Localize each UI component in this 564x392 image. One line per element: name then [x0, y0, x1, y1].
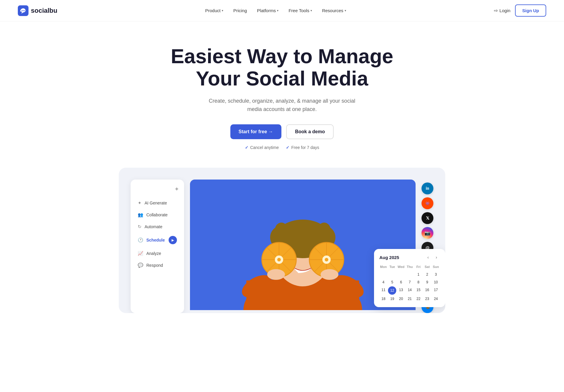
login-icon: ⇨ — [494, 8, 498, 13]
chevron-down-icon: ▾ — [277, 9, 278, 12]
cal-day-16[interactable]: 16 — [423, 286, 431, 295]
navbar: socialbu Product ▾ Pricing Platforms ▾ F… — [0, 0, 564, 21]
cal-day-21[interactable]: 21 — [406, 295, 414, 302]
cal-day-11[interactable]: 11 — [379, 286, 387, 295]
calendar-month: Aug 2025 — [379, 255, 399, 260]
sidebar-item-analyze[interactable]: 📈 Analyze — [135, 248, 179, 259]
ai-generate-icon: ✦ — [138, 200, 142, 206]
respond-icon: 💬 — [138, 263, 143, 268]
reddit-icon[interactable]: 👾 — [422, 197, 433, 209]
cal-day-18[interactable]: 18 — [379, 295, 387, 302]
svg-point-1 — [22, 10, 23, 11]
chevron-down-icon: ▾ — [310, 9, 312, 12]
cal-day-6[interactable]: 6 — [397, 279, 405, 286]
cal-day-empty: . — [388, 271, 396, 278]
feature-sidebar: ✦ ✦ AI Generate 👥 Collaborate ↻ Automate… — [131, 180, 184, 313]
cal-header-fri: Fri — [414, 264, 422, 270]
nav-product[interactable]: Product ▾ — [201, 6, 227, 15]
hero-section: Easiest Way to Manage Your Social Media … — [148, 21, 416, 168]
svg-point-30 — [325, 258, 328, 261]
cal-day-2[interactable]: 2 — [423, 271, 431, 278]
nav-resources[interactable]: Resources ▾ — [318, 6, 350, 15]
automate-icon: ↻ — [138, 224, 142, 229]
chevron-down-icon: ▾ — [345, 9, 346, 12]
cal-day-15[interactable]: 15 — [414, 286, 422, 295]
cal-day-empty: . — [397, 271, 405, 278]
brand-name: socialbu — [31, 7, 57, 15]
cal-day-3[interactable]: 3 — [432, 271, 440, 278]
cal-day-23[interactable]: 23 — [423, 295, 431, 302]
hero-title: Easiest Way to Manage Your Social Media — [154, 45, 410, 90]
nav-platforms[interactable]: Platforms ▾ — [253, 6, 283, 15]
sidebar-item-collaborate[interactable]: 👥 Collaborate — [135, 209, 179, 220]
free-trial-badge: ✓ Free for 7 days — [286, 145, 319, 150]
linkedin-icon[interactable]: in — [422, 182, 433, 194]
cal-header-sun: Sun — [432, 264, 440, 270]
sidebar-item-ai-generate[interactable]: ✦ AI Generate — [135, 197, 179, 209]
hero-subtitle: Create, schedule, organize, analyze, & m… — [205, 97, 359, 114]
star-icon: ✦ — [135, 185, 179, 193]
cal-day-22[interactable]: 22 — [414, 295, 422, 302]
svg-point-2 — [23, 10, 24, 11]
instagram-icon[interactable]: 📷 — [422, 227, 433, 239]
collaborate-icon: 👥 — [138, 212, 143, 218]
svg-point-32 — [267, 269, 285, 280]
cal-day-13[interactable]: 13 — [397, 286, 405, 295]
cal-header-thu: Thu — [406, 264, 414, 270]
cancel-anytime-badge: ✓ Cancel anytime — [245, 145, 279, 150]
cal-day-20[interactable]: 20 — [397, 295, 405, 302]
svg-point-3 — [24, 10, 25, 11]
start-free-button[interactable]: Start for free → — [230, 124, 281, 139]
nav-links: Product ▾ Pricing Platforms ▾ Free Tools… — [201, 6, 350, 15]
calendar-prev-button[interactable]: ‹ — [424, 254, 432, 261]
cal-day-1[interactable]: 1 — [414, 271, 422, 278]
cal-day-19[interactable]: 19 — [388, 295, 396, 302]
calendar-navigation: ‹ › — [424, 254, 440, 261]
calendar-grid: Mon Tue Wed Thu Fri Sat Sun . . . . 1 2 … — [379, 264, 440, 302]
nav-free-tools[interactable]: Free Tools ▾ — [284, 6, 316, 15]
cal-day-empty: . — [379, 271, 387, 278]
cal-header-sat: Sat — [423, 264, 431, 270]
cal-day-7[interactable]: 7 — [406, 279, 414, 286]
cal-day-5[interactable]: 5 — [388, 279, 396, 286]
cal-header-mon: Mon — [379, 264, 387, 270]
calendar-next-button[interactable]: › — [433, 254, 440, 261]
cal-day-24[interactable]: 24 — [432, 295, 440, 302]
cal-day-12[interactable]: 12 — [388, 286, 396, 295]
dashboard-section: ✦ ✦ AI Generate 👥 Collaborate ↻ Automate… — [0, 168, 564, 313]
cal-day-14[interactable]: 14 — [406, 286, 414, 295]
cal-day-8[interactable]: 8 — [414, 279, 422, 286]
sidebar-item-respond[interactable]: 💬 Respond — [135, 260, 179, 271]
calendar-widget: Aug 2025 ‹ › Mon Tue Wed Thu Fri Sat Sun… — [374, 249, 445, 307]
twitter-x-icon[interactable]: 𝕏 — [422, 212, 433, 224]
svg-point-33 — [321, 269, 338, 280]
cal-day-empty: . — [406, 271, 414, 278]
check-icon: ✓ — [245, 145, 248, 150]
logo-icon — [18, 5, 28, 16]
hero-buttons: Start for free → Book a demo — [154, 124, 410, 139]
login-link[interactable]: ⇨ Login — [494, 8, 511, 13]
logo-link[interactable]: socialbu — [18, 5, 57, 16]
hero-badges: ✓ Cancel anytime ✓ Free for 7 days — [154, 145, 410, 150]
cal-header-wed: Wed — [397, 264, 405, 270]
nav-actions: ⇨ Login Sign Up — [494, 4, 546, 17]
signup-button[interactable]: Sign Up — [515, 4, 546, 17]
cal-day-10[interactable]: 10 — [432, 279, 440, 286]
book-demo-button[interactable]: Book a demo — [286, 124, 334, 139]
check-icon: ✓ — [286, 145, 289, 150]
calendar-header: Aug 2025 ‹ › — [379, 254, 440, 261]
cal-day-4[interactable]: 4 — [379, 279, 387, 286]
dashboard-wrapper: ✦ ✦ AI Generate 👥 Collaborate ↻ Automate… — [119, 168, 445, 313]
cal-day-17[interactable]: 17 — [432, 286, 440, 295]
sidebar-item-schedule[interactable]: 🕐 Schedule ▶ — [135, 233, 179, 247]
cal-header-tue: Tue — [388, 264, 396, 270]
analyze-icon: 📈 — [138, 251, 143, 256]
schedule-icon: 🕐 — [138, 237, 143, 243]
sidebar-item-automate[interactable]: ↻ Automate — [135, 221, 179, 232]
play-button[interactable]: ▶ — [169, 236, 177, 244]
cal-day-9[interactable]: 9 — [423, 279, 431, 286]
nav-pricing[interactable]: Pricing — [229, 6, 251, 15]
svg-point-22 — [277, 258, 281, 261]
chevron-down-icon: ▾ — [222, 9, 223, 12]
